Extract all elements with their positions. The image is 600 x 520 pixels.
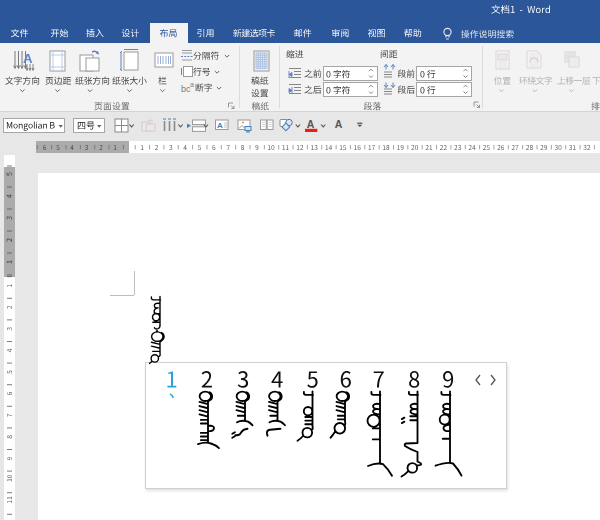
svg-text:A: A xyxy=(217,121,223,130)
svg-text:A: A xyxy=(23,51,33,66)
svg-text:A: A xyxy=(335,118,343,130)
svg-text:A: A xyxy=(307,118,315,130)
svg-text:a: a xyxy=(190,81,194,88)
